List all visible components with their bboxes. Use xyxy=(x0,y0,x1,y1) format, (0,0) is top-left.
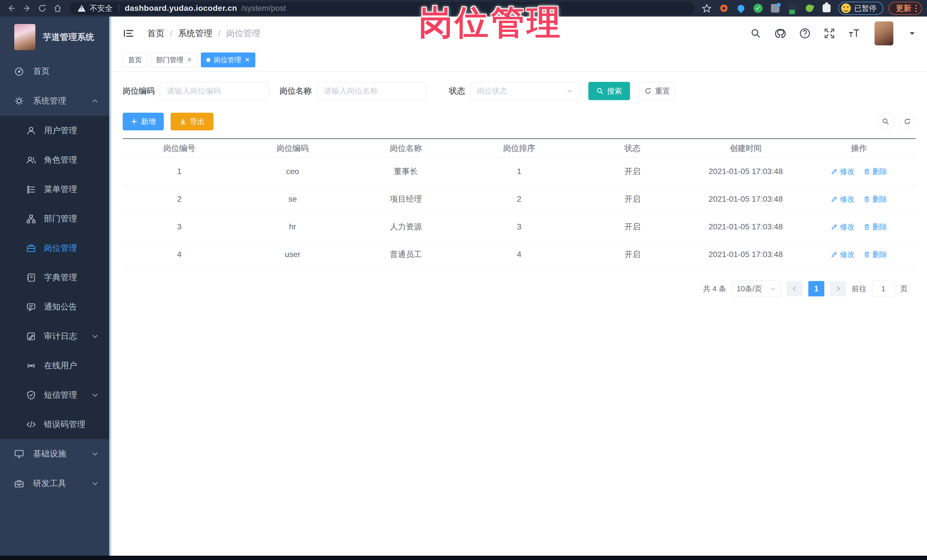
page-size-select[interactable]: 10条/页 xyxy=(732,281,781,297)
message-icon xyxy=(26,302,36,312)
sidebar-item-label: 短信管理 xyxy=(44,389,77,401)
page-unit-label: 页 xyxy=(900,284,907,294)
edit-link[interactable]: 修改 xyxy=(831,222,855,232)
user-avatar[interactable] xyxy=(874,21,894,46)
sidebar-item-roles[interactable]: 角色管理 xyxy=(0,145,111,175)
cell-actions: 修改 删除 xyxy=(802,250,916,260)
cell-actions: 修改 删除 xyxy=(802,194,916,204)
extension-leaf-icon[interactable] xyxy=(805,3,814,13)
forward-icon[interactable] xyxy=(21,2,33,15)
delete-link[interactable]: 删除 xyxy=(863,222,887,232)
sidebar-item-label: 通知公告 xyxy=(44,301,77,313)
edit-link[interactable]: 修改 xyxy=(831,167,855,177)
sidebar-item-departments[interactable]: 部门管理 xyxy=(0,204,111,233)
tab-posts[interactable]: 岗位管理 xyxy=(201,53,255,67)
prev-page-button[interactable] xyxy=(787,281,802,296)
sidebar-item-label: 审计日志 xyxy=(44,331,77,342)
sidebar-item-error-codes[interactable]: 错误码管理 xyxy=(0,410,111,439)
tab-home[interactable]: 首页 xyxy=(123,53,147,67)
app-logo xyxy=(14,24,35,50)
cell-name: 董事长 xyxy=(349,166,462,177)
status-select[interactable]: 岗位状态 xyxy=(470,82,580,100)
breadcrumb-home[interactable]: 首页 xyxy=(147,28,164,39)
delete-link[interactable]: 删除 xyxy=(863,250,887,260)
cell-id: 2 xyxy=(123,194,236,204)
sidebar-item-devtools[interactable]: 研发工具 xyxy=(0,469,111,498)
cell-code: user xyxy=(236,250,349,259)
status-label: 状态 xyxy=(449,86,465,96)
collapse-sidebar-icon[interactable] xyxy=(123,27,135,39)
cell-sort: 4 xyxy=(462,250,576,259)
post-name-label: 岗位名称 xyxy=(280,86,312,96)
goto-page-input[interactable] xyxy=(872,281,895,297)
caret-down-icon[interactable] xyxy=(909,30,916,37)
sidebar-item-label: 菜单管理 xyxy=(44,184,77,195)
edit-link[interactable]: 修改 xyxy=(831,194,855,204)
goto-label: 前往 xyxy=(852,284,866,294)
sidebar-item-dicts[interactable]: 字典管理 xyxy=(0,263,111,292)
search-icon[interactable] xyxy=(750,28,761,39)
browser-menu-dots-icon[interactable] xyxy=(915,5,917,12)
sidebar-item-online-users[interactable]: 在线用户 xyxy=(0,351,111,380)
edit-document-icon xyxy=(26,331,36,341)
address-bar[interactable]: 不安全 dashboard.yudao.iocoder.cn/system/po… xyxy=(70,2,694,15)
tab-departments[interactable]: 部门管理 xyxy=(150,53,198,67)
extension-check-icon[interactable]: ✓ xyxy=(753,3,763,13)
close-icon[interactable] xyxy=(245,56,250,64)
breadcrumb-separator: / xyxy=(170,29,172,38)
sidebar-item-posts[interactable]: 岗位管理 xyxy=(0,233,111,263)
cell-name: 项目经理 xyxy=(349,194,462,205)
refresh-button[interactable] xyxy=(899,113,916,130)
table-row: 3 hr 人力资源 3 开启 2021-01-05 17:03:48 修改 xyxy=(123,213,916,241)
sidebar-item-notices[interactable]: 通知公告 xyxy=(0,292,111,322)
col-created: 创建时间 xyxy=(689,143,802,154)
sidebar-item-menus[interactable]: 菜单管理 xyxy=(0,175,111,204)
export-button[interactable]: 导出 xyxy=(171,113,213,131)
toggle-search-button[interactable] xyxy=(877,113,894,130)
sidebar-item-label: 错误码管理 xyxy=(44,419,85,430)
sidebar-item-home[interactable]: 首页 xyxy=(0,56,111,86)
gear-icon xyxy=(14,96,24,106)
github-icon[interactable] xyxy=(775,28,786,39)
delete-link[interactable]: 删除 xyxy=(863,194,887,204)
sidebar-item-sms[interactable]: 短信管理 xyxy=(0,380,111,410)
page-number-button[interactable]: 1 xyxy=(808,281,824,296)
sidebar-item-label: 角色管理 xyxy=(44,154,77,166)
home-icon[interactable] xyxy=(52,2,64,15)
delete-link[interactable]: 删除 xyxy=(863,167,887,177)
cell-created: 2021-01-05 17:03:48 xyxy=(689,222,802,231)
sidebar-item-users[interactable]: 用户管理 xyxy=(0,116,111,145)
sidebar-item-audit-logs[interactable]: 审计日志 xyxy=(0,322,111,351)
add-button[interactable]: 新增 xyxy=(123,113,164,131)
breadcrumb-current: 岗位管理 xyxy=(226,28,260,39)
screen: 不安全 dashboard.yudao.iocoder.cn/system/po… xyxy=(0,0,927,560)
next-page-button[interactable] xyxy=(830,281,846,296)
extension-grid-icon[interactable] xyxy=(770,3,780,13)
profile-paused-pill[interactable]: 已暂停 xyxy=(838,2,883,15)
sidebar-item-label: 首页 xyxy=(33,65,50,77)
close-icon[interactable] xyxy=(187,56,192,64)
extension-tag-manager-icon[interactable] xyxy=(787,3,797,13)
table-row: 4 user 普通员工 4 开启 2021-01-05 17:03:48 修改 xyxy=(123,241,916,269)
browser-update-button[interactable]: 更新 xyxy=(889,2,922,15)
bookmark-star-icon[interactable] xyxy=(702,3,711,13)
url-host: dashboard.yudao.iocoder.cn xyxy=(125,4,237,13)
post-code-input[interactable] xyxy=(160,82,269,100)
sidebar-item-system[interactable]: 系统管理 xyxy=(0,86,111,116)
post-name-input[interactable] xyxy=(317,82,426,100)
reload-icon[interactable] xyxy=(36,2,49,15)
help-icon[interactable] xyxy=(799,28,811,39)
sidebar-item-infrastructure[interactable]: 基础设施 xyxy=(0,439,111,469)
edit-link[interactable]: 修改 xyxy=(831,250,855,260)
breadcrumb-system[interactable]: 系统管理 xyxy=(178,28,212,39)
back-icon[interactable] xyxy=(5,2,18,15)
extension-orange-ring-icon[interactable] xyxy=(719,3,729,13)
extension-pin-icon[interactable] xyxy=(736,3,746,13)
font-size-icon[interactable] xyxy=(848,28,860,39)
system-submenu: 用户管理 角色管理 菜单管理 xyxy=(0,116,111,439)
chevron-down-icon xyxy=(91,332,99,340)
extensions-puzzle-icon[interactable] xyxy=(822,3,831,13)
search-button[interactable]: 搜索 xyxy=(588,82,630,100)
fullscreen-icon[interactable] xyxy=(824,28,835,39)
reset-button[interactable]: 重置 xyxy=(639,82,675,100)
